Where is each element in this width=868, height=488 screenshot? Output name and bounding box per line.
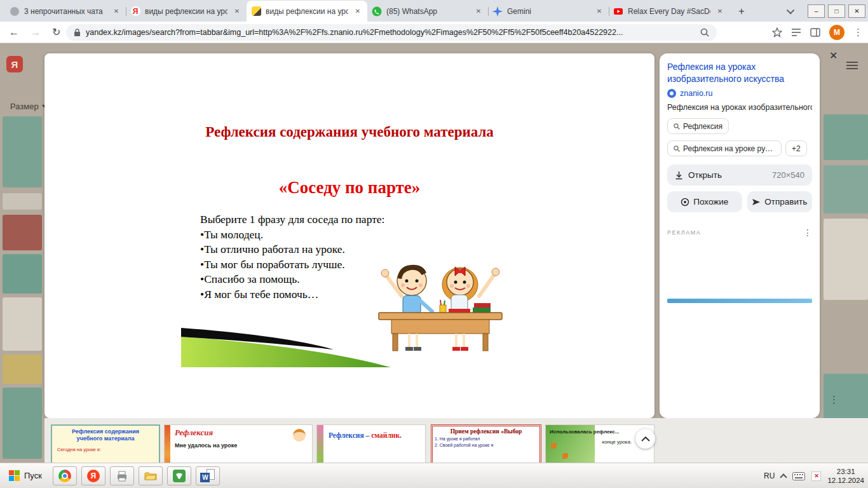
dimmed-thumbnail xyxy=(3,388,42,459)
yandex-images-favicon-icon xyxy=(251,6,261,17)
tab-youtube[interactable]: Relax Every Day #SacDep ✕ xyxy=(609,1,729,22)
window-maximize-button[interactable]: □ xyxy=(828,4,845,18)
dimmed-thumbnail xyxy=(3,193,42,210)
keyboard-icon[interactable] xyxy=(792,472,805,480)
tab-yandex-images-active[interactable]: виды рефлексии на урок ✕ xyxy=(247,1,367,22)
tab-close-icon[interactable]: ✕ xyxy=(353,6,363,17)
leaf-decoration xyxy=(551,443,557,449)
dimmed-thumbnail xyxy=(3,215,42,250)
tab-strip: 3 непрочитанных чата ✕ Я виды рефлексии … xyxy=(0,0,868,22)
dimmed-thumbnail xyxy=(3,355,42,384)
dimmed-thumbnail xyxy=(824,219,868,300)
related-thumbnail[interactable]: Рефлексия – смайлик. xyxy=(316,424,426,463)
yandex-logo: Я xyxy=(6,56,23,72)
close-viewer-button[interactable]: ✕ xyxy=(829,51,837,61)
language-indicator[interactable]: RU xyxy=(764,471,775,480)
word-icon: W xyxy=(200,469,215,482)
chevron-up-icon xyxy=(641,437,650,442)
printer-icon xyxy=(116,470,128,482)
address-bar[interactable]: yandex.kz/images/search?from=tabbar&img_… xyxy=(66,24,717,41)
taskbar-printer-button[interactable] xyxy=(110,466,134,485)
similar-images-button[interactable]: Похожие xyxy=(667,191,742,212)
source-site-link[interactable]: znanio.ru xyxy=(667,89,812,98)
znanio-favicon-icon xyxy=(667,89,676,98)
taskbar-windjview-button[interactable] xyxy=(167,466,191,485)
slide-title: Рефлексия содержания учебного материала xyxy=(203,122,496,142)
browser-toolbar: ← → ↻ yandex.kz/images/search?from=tabba… xyxy=(0,22,868,43)
slide-body-text: Выберите 1 фразу для соседа по парте: •Т… xyxy=(200,212,384,302)
page-favicon-icon xyxy=(10,6,20,17)
chrome-icon xyxy=(58,470,71,482)
start-button[interactable]: Пуск xyxy=(3,466,48,485)
thumbnail-decoration xyxy=(165,425,170,463)
image-title-link[interactable]: Рефлексия на уроках изобразительного иск… xyxy=(667,61,812,85)
youtube-icon xyxy=(613,6,623,17)
search-icon[interactable] xyxy=(700,28,709,37)
tray-status-icon[interactable]: ✕ xyxy=(811,471,821,481)
tag-chip[interactable]: Рефлексия на уроке русского я... xyxy=(667,140,782,156)
open-image-button[interactable]: Открыть 720×540 xyxy=(667,165,812,186)
windjview-icon xyxy=(173,470,186,482)
screen: 3 непрочитанных чата ✕ Я виды рефлексии … xyxy=(0,0,868,488)
send-button[interactable]: Отправить xyxy=(747,191,812,212)
tray-chevron-up-icon[interactable] xyxy=(780,473,787,480)
side-panel-icon[interactable] xyxy=(810,28,820,37)
related-thumbnail[interactable]: Рефлексия Мне удалось на уроке xyxy=(164,424,313,463)
related-thumbnail[interactable]: Прием рефлексии «Выбор 1. На уроке я раб… xyxy=(431,424,541,463)
send-arrow-icon xyxy=(752,198,761,206)
taskbar-word-button[interactable]: W xyxy=(196,466,220,485)
yandex-images-page: Я Размер ⋮ ✕ Рефлексия содержания учебно… xyxy=(0,43,868,463)
tab-gemini[interactable]: Gemini ✕ xyxy=(488,1,609,22)
thumbnail-decoration xyxy=(317,425,323,463)
gemini-icon xyxy=(492,6,503,17)
taskbar-clock[interactable]: 23:31 12.12.2024 xyxy=(827,467,864,485)
ad-loading-bar xyxy=(667,299,812,303)
bookmark-star-icon[interactable] xyxy=(772,27,782,37)
children-at-desk-illustration xyxy=(374,252,507,356)
windows-logo-icon xyxy=(9,470,20,481)
back-button[interactable]: ← xyxy=(9,27,19,37)
related-thumbnail[interactable]: Рефлексия содержания учебного материала … xyxy=(51,424,160,463)
tab-close-icon[interactable]: ✕ xyxy=(594,6,604,17)
profile-avatar[interactable]: M xyxy=(829,25,844,40)
taskbar-yandex-button[interactable]: Я xyxy=(81,466,105,485)
folder-icon xyxy=(144,471,157,481)
ad-label: РЕКЛАМА xyxy=(667,229,701,236)
reload-button[interactable]: ↻ xyxy=(52,27,60,37)
whatsapp-icon xyxy=(372,6,382,17)
ad-menu-kebab-icon[interactable]: ⋮ xyxy=(803,227,812,238)
download-icon xyxy=(675,171,683,180)
lock-icon xyxy=(74,29,81,37)
tab-close-icon[interactable]: ✕ xyxy=(111,6,121,17)
system-tray: RU ✕ 23:31 12.12.2024 xyxy=(764,463,864,488)
taskbar-chrome-button[interactable] xyxy=(53,466,77,485)
search-icon xyxy=(674,146,680,152)
reading-list-icon[interactable] xyxy=(791,28,801,37)
browser-menu-kebab-icon[interactable]: ⋮ xyxy=(853,27,863,38)
tag-more-chip[interactable]: +2 xyxy=(785,140,807,156)
taskbar-folder-button[interactable] xyxy=(139,466,163,485)
tab-close-icon[interactable]: ✕ xyxy=(473,6,484,17)
slide-subtitle: «Соседу по парте» xyxy=(203,178,496,198)
new-tab-button[interactable]: + xyxy=(733,3,750,20)
tab-whatsapp[interactable]: (85) WhatsApp ✕ xyxy=(367,1,488,22)
tab-chats[interactable]: 3 непрочитанных чата ✕ xyxy=(5,1,126,22)
similar-icon xyxy=(681,198,689,207)
tab-close-icon[interactable]: ✕ xyxy=(232,6,242,17)
tag-chip[interactable]: Рефлексия xyxy=(667,118,729,134)
window-close-button[interactable]: ✕ xyxy=(848,4,865,18)
image-description: Рефлексия на уроках изобразительного иск… xyxy=(667,103,812,112)
dimmed-thumbnail xyxy=(3,116,42,187)
slide-swoosh-decoration xyxy=(181,323,391,367)
url-text: yandex.kz/images/search?from=tabbar&img_… xyxy=(86,28,695,37)
tab-search-chevron-icon[interactable] xyxy=(787,6,795,14)
related-images-strip: Рефлексия содержания учебного материала … xyxy=(44,418,868,463)
forward-button[interactable]: → xyxy=(31,27,41,37)
collapse-strip-button[interactable] xyxy=(635,429,655,449)
yandex-favicon-icon: Я xyxy=(130,6,140,17)
dimmed-thumbnail xyxy=(3,297,42,351)
image-resolution: 720×540 xyxy=(772,170,804,180)
tab-yandex-search[interactable]: Я виды рефлексии на урок ✕ xyxy=(126,1,247,22)
tab-close-icon[interactable]: ✕ xyxy=(715,6,725,17)
window-minimize-button[interactable]: – xyxy=(808,4,825,18)
